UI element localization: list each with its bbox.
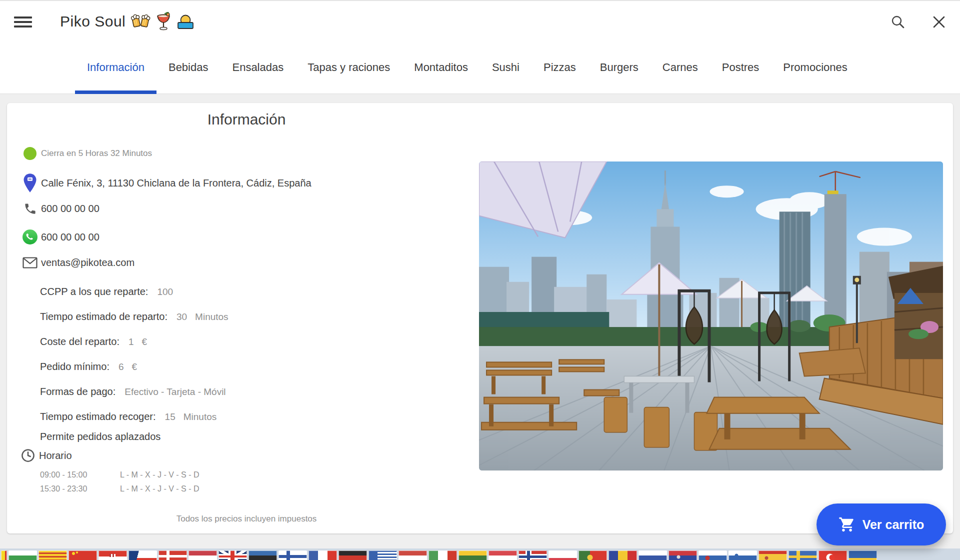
flag-russia[interactable] bbox=[638, 550, 667, 560]
field-row: Coste del reparto:1€ bbox=[40, 336, 228, 348]
field-row: Pedido mínimo:6€ bbox=[40, 361, 228, 372]
field-label: Tiempo estimado recoger: bbox=[40, 411, 156, 422]
brand-title: Piko Soul bbox=[60, 13, 126, 30]
page-title: Información bbox=[7, 111, 486, 128]
field-label: Coste del reparto: bbox=[40, 336, 120, 348]
flag-ukraine[interactable] bbox=[848, 550, 877, 560]
field-unit: € bbox=[142, 336, 148, 348]
email-text: ventas@pikotea.com bbox=[41, 257, 134, 268]
field-value: 1 bbox=[128, 336, 134, 348]
flag-portugal[interactable] bbox=[578, 550, 607, 560]
cart-icon bbox=[838, 516, 856, 533]
flag-luxembourg[interactable] bbox=[488, 550, 517, 560]
email-row[interactable]: ventas@pikotea.com bbox=[7, 257, 134, 268]
schedule-time: 15:30 - 23:30 bbox=[40, 484, 110, 494]
tab-burgers[interactable]: Burgers bbox=[588, 41, 650, 94]
flag-china[interactable] bbox=[68, 550, 97, 560]
schedule-header-row: Horario bbox=[7, 448, 72, 463]
flag-germany[interactable] bbox=[338, 550, 367, 560]
status-row: Cierra en 5 Horas 32 Minutos bbox=[7, 147, 152, 160]
schedule-row: 09:00 - 15:00L - M - X - J - V - S - D bbox=[40, 470, 200, 480]
field-row: Tiempo estimado recoger:15Minutos bbox=[40, 411, 228, 422]
search-icon[interactable] bbox=[890, 14, 906, 30]
tab-promociones[interactable]: Promociones bbox=[771, 41, 859, 94]
schedule-days: L - M - X - J - V - S - D bbox=[120, 470, 200, 480]
flag-hungary[interactable] bbox=[398, 550, 427, 560]
flag-spain[interactable] bbox=[758, 550, 787, 560]
address-row[interactable]: Calle Fénix, 3, 11130 Chiclana de la Fro… bbox=[7, 173, 312, 193]
delivery-fields: CCPP a los que reparte:100Tiempo estimad… bbox=[40, 286, 228, 436]
flag-partial[interactable] bbox=[1, 550, 7, 560]
flag-catalonia[interactable] bbox=[38, 550, 67, 560]
phone-row[interactable]: 600 00 00 00 bbox=[7, 202, 100, 216]
close-icon[interactable] bbox=[931, 14, 947, 30]
info-card: Información Cierra en 5 Horas 32 Minutos… bbox=[7, 103, 953, 534]
menu-icon[interactable] bbox=[14, 16, 32, 28]
clock-icon bbox=[20, 448, 36, 463]
flag-czechia[interactable] bbox=[128, 550, 157, 560]
phone-text: 600 00 00 00 bbox=[41, 203, 100, 214]
tab-tapas-y-raciones[interactable]: Tapas y raciones bbox=[296, 41, 402, 94]
schedule-title: Horario bbox=[39, 450, 72, 462]
schedule-time: 09:00 - 15:00 bbox=[40, 470, 110, 480]
flag-norway[interactable] bbox=[518, 550, 547, 560]
flag-serbia[interactable] bbox=[668, 550, 697, 560]
open-status-icon bbox=[24, 147, 36, 160]
view-cart-label: Ver carrito bbox=[862, 518, 924, 532]
whatsapp-row[interactable]: 600 00 00 00 bbox=[7, 229, 100, 245]
field-label: Pedido mínimo: bbox=[40, 361, 110, 372]
flag-france[interactable] bbox=[308, 550, 337, 560]
field-row: CCPP a los que reparte:100 bbox=[40, 286, 228, 298]
flag-romania[interactable] bbox=[608, 550, 637, 560]
tab-pizzas[interactable]: Pizzas bbox=[532, 41, 588, 94]
tropical-drink-icon bbox=[156, 12, 172, 31]
flag-netherlands[interactable] bbox=[188, 550, 217, 560]
flag-slovakia[interactable] bbox=[698, 550, 727, 560]
field-value: 15 bbox=[165, 412, 176, 422]
tab-sushi[interactable]: Sushi bbox=[480, 41, 532, 94]
flag-bulgaria[interactable] bbox=[8, 550, 37, 560]
flag-turkey[interactable] bbox=[818, 550, 847, 560]
tab-ensaladas[interactable]: Ensaladas bbox=[220, 41, 296, 94]
field-label: CCPP a los que reparte: bbox=[40, 286, 148, 298]
tab-carnes[interactable]: Carnes bbox=[650, 41, 710, 94]
schedule-days: L - M - X - J - V - S - D bbox=[120, 484, 200, 494]
deferred-orders-text: Permite pedidos aplazados bbox=[40, 431, 160, 442]
restaurant-photo bbox=[479, 162, 943, 470]
flag-croatia[interactable] bbox=[98, 550, 127, 560]
flag-finland[interactable] bbox=[278, 550, 307, 560]
prices-footnote: Todos los precios incluyen impuestos bbox=[7, 514, 486, 524]
field-row: Formas de pago:Efectivo - Tarjeta - Móvi… bbox=[40, 386, 228, 398]
tab-información[interactable]: Información bbox=[75, 41, 156, 94]
restaurant-photo-illustration bbox=[479, 162, 943, 470]
app-header: Piko Soul bbox=[0, 0, 960, 41]
tab-postres[interactable]: Postres bbox=[710, 41, 772, 94]
tab-bebidas[interactable]: Bebidas bbox=[156, 41, 220, 94]
flag-poland[interactable] bbox=[548, 550, 577, 560]
field-row: Tiempo estimado de reparto:30Minutos bbox=[40, 311, 228, 322]
brand: Piko Soul bbox=[60, 1, 194, 42]
field-label: Tiempo estimado de reparto: bbox=[40, 311, 168, 322]
language-flags-bar bbox=[0, 548, 960, 560]
field-value: 100 bbox=[157, 286, 173, 298]
whatsapp-icon bbox=[22, 229, 38, 245]
field-value: Efectivo - Tarjeta - Móvil bbox=[124, 386, 226, 398]
flag-italy[interactable] bbox=[428, 550, 457, 560]
flag-slovenia[interactable] bbox=[728, 550, 757, 560]
flag-estonia[interactable] bbox=[248, 550, 277, 560]
flag-lithuania[interactable] bbox=[458, 550, 487, 560]
location-pin-icon bbox=[22, 173, 38, 193]
view-cart-button[interactable]: Ver carrito bbox=[816, 504, 946, 546]
email-icon bbox=[22, 257, 38, 268]
clinking-beer-mugs-icon bbox=[130, 12, 150, 30]
flag-denmark[interactable] bbox=[158, 550, 187, 560]
flag-sweden[interactable] bbox=[788, 550, 817, 560]
field-label: Formas de pago: bbox=[40, 386, 116, 398]
address-text: Calle Fénix, 3, 11130 Chiclana de la Fro… bbox=[41, 178, 312, 189]
flag-greece[interactable] bbox=[368, 550, 397, 560]
flag-united-kingdom[interactable] bbox=[218, 550, 247, 560]
field-value: 6 bbox=[118, 362, 124, 372]
whatsapp-text: 600 00 00 00 bbox=[41, 232, 100, 243]
status-text: Cierra en 5 Horas 32 Minutos bbox=[41, 148, 152, 158]
tab-montaditos[interactable]: Montaditos bbox=[402, 41, 480, 94]
